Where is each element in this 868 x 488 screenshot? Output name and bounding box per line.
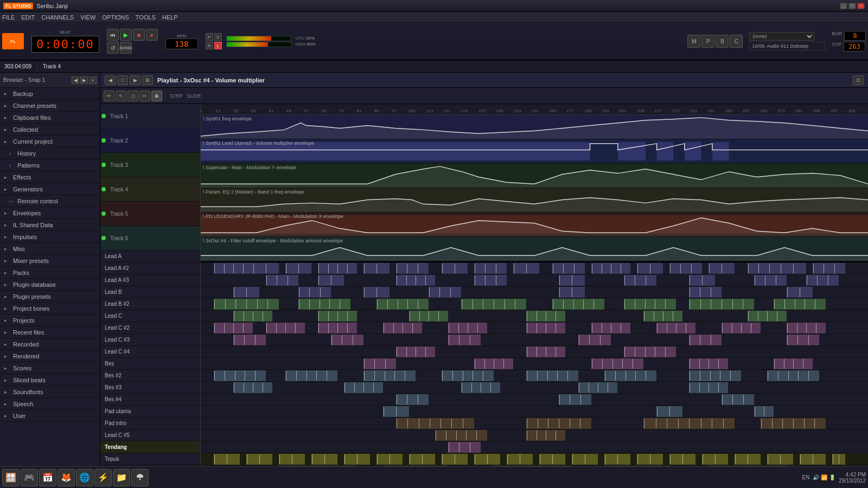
pattern-block[interactable] (396, 394, 429, 405)
piano-btn[interactable]: P (701, 35, 714, 48)
pat-btn[interactable]: P (206, 33, 213, 41)
pattern-block[interactable] (442, 454, 468, 465)
pattern-block[interactable] (624, 275, 656, 286)
pattern-block[interactable] (279, 454, 305, 465)
pattern-block[interactable] (624, 299, 676, 310)
sidebar-item-generators[interactable]: ▸ Generators (0, 183, 100, 195)
taskbar-app1[interactable]: 📅 (39, 469, 56, 486)
pattern-block[interactable] (735, 454, 761, 465)
pattern-block[interactable] (376, 454, 403, 465)
playlist-btn-4[interactable]: ⊞ (142, 75, 153, 85)
sidebar-item-speech[interactable]: ▸ Speech (0, 398, 100, 410)
pattern-block[interactable] (474, 454, 500, 465)
sidebar-item-recorded[interactable]: ▸ Recorded (0, 338, 100, 350)
pattern-block[interactable] (709, 263, 735, 274)
pattern-block[interactable] (637, 263, 663, 274)
pattern-block[interactable] (246, 454, 272, 465)
pattern-block[interactable] (774, 358, 813, 369)
pattern-block[interactable] (761, 418, 826, 429)
pattern-block[interactable] (383, 323, 422, 333)
sng-btn[interactable]: S (214, 33, 222, 41)
pattern-block[interactable] (767, 370, 819, 381)
pattern-block[interactable] (266, 323, 305, 333)
pattern-block[interactable] (461, 299, 526, 310)
minimize-button[interactable]: _ (840, 3, 847, 9)
pattern-block[interactable] (539, 454, 565, 465)
pattern-block[interactable] (429, 287, 461, 298)
playlist-btn-2[interactable]: □ (117, 75, 128, 85)
pattern-block[interactable] (253, 263, 279, 274)
pattern-block[interactable] (214, 299, 279, 310)
taskbar-app2[interactable]: 🌐 (76, 469, 93, 486)
bpm-display[interactable]: 138 (165, 38, 198, 49)
taskbar-app4[interactable]: 📁 (113, 469, 130, 486)
pattern-block[interactable] (383, 406, 409, 417)
pattern-block[interactable] (363, 370, 416, 381)
pattern-block[interactable] (318, 263, 357, 274)
sidebar-item-backup[interactable]: ▸ Backup (0, 88, 100, 100)
live-btn[interactable]: L (214, 42, 222, 49)
pattern-block[interactable] (774, 299, 826, 310)
pattern-block[interactable] (689, 335, 722, 345)
play-button[interactable]: ▶ (120, 29, 132, 41)
menu-help[interactable]: HELP (162, 14, 178, 21)
browser-nav-right[interactable]: ▶ (80, 76, 88, 84)
pattern-block[interactable] (318, 311, 357, 322)
pattern-block[interactable] (669, 454, 695, 465)
pattern-block[interactable] (344, 454, 370, 465)
stop-button[interactable]: ■ (133, 29, 145, 41)
pattern-block[interactable] (331, 335, 363, 345)
pattern-block[interactable] (318, 323, 357, 333)
record-button[interactable]: ● (146, 29, 158, 41)
menu-tools[interactable]: TOOLS (136, 14, 156, 21)
pattern-block[interactable] (800, 454, 826, 465)
pattern-block[interactable] (689, 275, 715, 286)
pattern-block[interactable] (604, 454, 630, 465)
pattern-block[interactable] (396, 418, 474, 429)
pattern-block[interactable] (591, 323, 630, 333)
pattern-block[interactable] (748, 263, 780, 274)
pattern-block[interactable] (363, 263, 390, 274)
sidebar-item-effects[interactable]: ▸ Effects (0, 171, 100, 183)
pattern-block[interactable] (643, 311, 682, 322)
pattern-block[interactable] (214, 370, 266, 381)
pattern-block[interactable] (806, 275, 839, 286)
pattern-block[interactable] (787, 287, 813, 298)
pattern-block[interactable] (832, 454, 845, 465)
song-button[interactable]: SONG (120, 42, 132, 54)
sidebar-item-user[interactable]: ▸ User (0, 410, 100, 422)
pattern-block[interactable] (396, 275, 435, 286)
pattern-block[interactable] (214, 454, 240, 465)
pattern-block[interactable] (526, 311, 565, 322)
pattern-block[interactable] (442, 263, 468, 274)
channels-btn[interactable]: C (730, 35, 743, 48)
pattern-block[interactable] (298, 287, 331, 298)
pattern-block[interactable] (448, 335, 481, 345)
pattern-block[interactable] (507, 454, 533, 465)
pattern-block[interactable] (448, 323, 487, 333)
pattern-block[interactable] (474, 275, 507, 286)
pattern-block[interactable] (656, 323, 695, 333)
sidebar-item-project-bones[interactable]: ▸ Project bones (0, 303, 100, 314)
pattern-block[interactable] (787, 323, 826, 333)
sidebar-item-soundfonts[interactable]: ▸ Soundfonts (0, 386, 100, 398)
pattern-block[interactable] (591, 358, 643, 369)
pattern-block[interactable] (689, 299, 754, 310)
pattern-block[interactable] (702, 454, 728, 465)
pattern-block[interactable] (233, 382, 272, 393)
tool-select[interactable]: ↖ (116, 91, 126, 101)
browser-close[interactable]: × (89, 76, 97, 84)
sidebar-item-clipboard-files[interactable]: ▸ Clipboard files (0, 112, 100, 124)
maximize-button[interactable]: □ (848, 3, 856, 9)
pattern-block[interactable] (298, 299, 350, 310)
sidebar-item-projects[interactable]: ▸ Projects (0, 314, 100, 326)
pattern-block[interactable] (214, 323, 253, 333)
pattern-block[interactable] (689, 370, 741, 381)
sidebar-item-history[interactable]: ♪ History (0, 147, 100, 159)
pattern-block[interactable] (526, 418, 591, 429)
pattern-block[interactable] (780, 263, 806, 274)
sidebar-item-channel-presets[interactable]: ▸ Channel presets (0, 100, 100, 112)
mixer-btn[interactable]: M (687, 35, 700, 48)
pattern-block[interactable] (559, 287, 585, 298)
pattern-block[interactable] (754, 275, 787, 286)
